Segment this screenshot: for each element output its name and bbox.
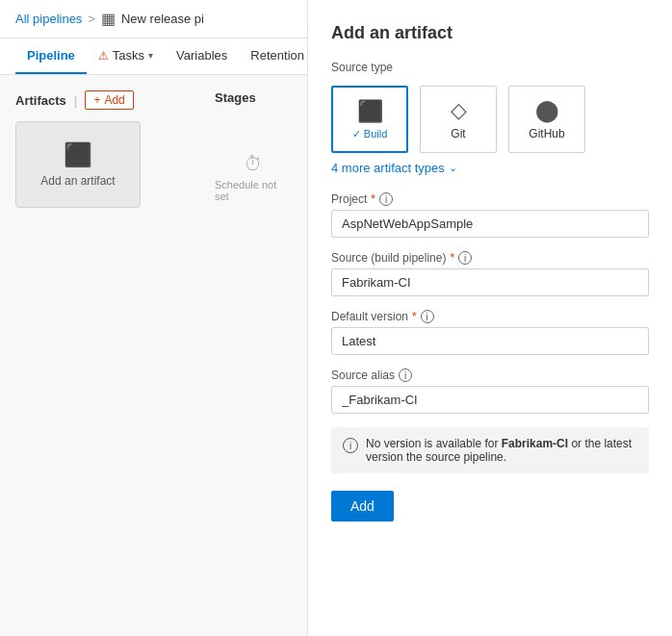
source-alias-label-text: Source alias — [331, 369, 395, 382]
tab-tasks-label: Tasks — [113, 48, 144, 63]
artifact-card[interactable]: ⬛ Add an artifact — [15, 121, 141, 208]
project-required: * — [371, 192, 375, 206]
stages-header: Stages — [215, 90, 292, 105]
tab-retention-label: Retention — [250, 48, 304, 63]
project-label: Project * i — [331, 192, 649, 206]
panel-title: Add an artifact — [331, 23, 649, 43]
git-label: Git — [451, 127, 465, 140]
pipeline-title: New release pi — [121, 12, 204, 26]
chevron-down-icon: ⌄ — [449, 162, 457, 174]
breadcrumb-separator: > — [88, 12, 95, 26]
all-pipelines-link[interactable]: All pipelines — [15, 12, 82, 26]
add-artifact-label: Add an artifact — [40, 174, 115, 188]
artifacts-header: Artifacts | + Add — [15, 90, 199, 110]
artifacts-label: Artifacts — [15, 93, 66, 108]
clock-icon: ⏱ — [244, 153, 263, 175]
build-check: ✓ Build — [352, 128, 388, 140]
source-alias-field-group: Source alias i — [331, 369, 649, 414]
project-field-group: Project * i — [331, 192, 649, 238]
source-pipeline-info-icon[interactable]: i — [458, 251, 472, 265]
source-pipeline-label: Source (build pipeline) * i — [331, 251, 649, 265]
default-version-info-icon[interactable]: i — [421, 310, 434, 323]
source-type-github[interactable]: ⬤ GitHub — [508, 86, 585, 153]
info-message-bold: Fabrikam-CI — [502, 437, 568, 450]
default-version-label-text: Default version — [331, 310, 408, 323]
stages-label: Stages — [215, 90, 256, 105]
add-label: Add — [104, 93, 124, 107]
default-version-input[interactable] — [331, 327, 649, 355]
source-pipeline-field-group: Source (build pipeline) * i — [331, 251, 649, 296]
build-icon-large: ⬛ — [64, 141, 92, 168]
more-types-link[interactable]: 4 more artifact types ⌄ — [331, 161, 649, 175]
default-version-required: * — [412, 310, 417, 323]
build-source-icon: ⬛ — [357, 99, 383, 124]
default-version-label: Default version * i — [331, 310, 649, 323]
tab-variables[interactable]: Variables — [165, 38, 239, 74]
nav-tabs: Pipeline ⚠ Tasks ▾ Variables Retention — [0, 38, 307, 75]
source-type-build[interactable]: ⬛ ✓ Build — [331, 86, 408, 153]
more-types-text: 4 more artifact types — [331, 161, 445, 175]
tab-variables-label: Variables — [176, 48, 227, 63]
header-separator: | — [74, 93, 78, 108]
github-source-icon: ⬤ — [535, 98, 559, 123]
plus-icon: + — [93, 93, 100, 107]
right-panel: Add an artifact Source type ⬛ ✓ Build ◇ … — [308, 0, 672, 636]
source-pipeline-input[interactable] — [331, 268, 649, 296]
info-box-icon: i — [343, 438, 358, 453]
left-panel: All pipelines > ▦ New release pi Pipelin… — [0, 0, 308, 636]
project-input[interactable] — [331, 210, 649, 238]
tab-pipeline-label: Pipeline — [27, 48, 75, 63]
source-alias-label: Source alias i — [331, 369, 649, 382]
source-type-group: Source type ⬛ ✓ Build ◇ Git ⬤ GitHub 4 m… — [331, 61, 649, 179]
tab-tasks[interactable]: ⚠ Tasks ▾ — [87, 38, 165, 74]
add-artifact-button[interactable]: + Add — [85, 90, 133, 110]
pipeline-body: Artifacts | + Add ⬛ Add an artifact Stag… — [0, 75, 307, 636]
schedule-card: ⏱ Schedule not set — [215, 153, 292, 202]
project-label-text: Project — [331, 192, 367, 206]
info-box: i No version is available for Fabrikam-C… — [331, 427, 649, 473]
github-label: GitHub — [529, 127, 564, 140]
source-alias-input[interactable] — [331, 386, 649, 414]
source-pipeline-label-text: Source (build pipeline) — [331, 251, 446, 265]
tasks-chevron-icon: ▾ — [148, 50, 153, 61]
top-bar: All pipelines > ▦ New release pi — [0, 0, 307, 38]
source-type-label: Source type — [331, 61, 649, 74]
git-source-icon: ◇ — [451, 98, 467, 123]
default-version-field-group: Default version * i — [331, 310, 649, 355]
source-type-row: ⬛ ✓ Build ◇ Git ⬤ GitHub — [331, 86, 649, 153]
info-message-prefix: No version is available for — [366, 437, 502, 450]
tab-pipeline[interactable]: Pipeline — [15, 38, 87, 74]
source-type-git[interactable]: ◇ Git — [420, 86, 497, 153]
stages-section: Stages ⏱ Schedule not set — [215, 90, 292, 621]
pipeline-icon: ▦ — [101, 10, 116, 28]
source-alias-info-icon[interactable]: i — [399, 369, 412, 382]
tasks-warning-icon: ⚠ — [98, 49, 109, 63]
schedule-label: Schedule not set — [215, 179, 292, 202]
tab-retention[interactable]: Retention — [239, 38, 316, 74]
source-pipeline-required: * — [450, 251, 454, 265]
artifacts-section: Artifacts | + Add ⬛ Add an artifact — [15, 90, 199, 621]
info-box-text: No version is available for Fabrikam-CI … — [366, 437, 637, 464]
project-info-icon[interactable]: i — [379, 192, 393, 206]
add-button[interactable]: Add — [331, 491, 394, 522]
